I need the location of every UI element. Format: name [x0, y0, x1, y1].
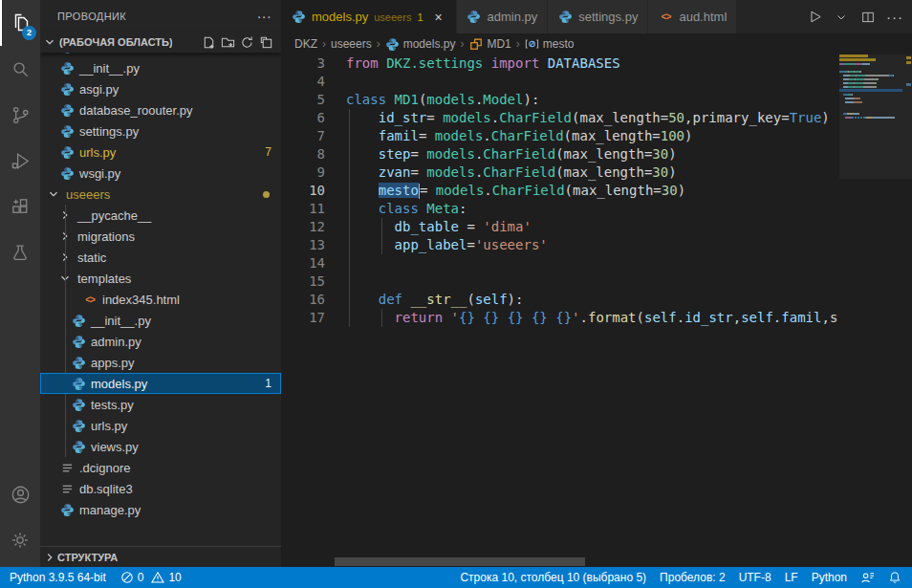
tree-item-.dcignore[interactable]: .dcignore: [40, 457, 281, 478]
activitybar-settings[interactable]: [0, 517, 40, 563]
code-line-8[interactable]: step= models.CharField(max_length=30): [346, 145, 839, 163]
code-token: models: [435, 128, 484, 143]
ruler-warning-mark: [906, 61, 911, 64]
tree-item-templates[interactable]: templates: [40, 268, 281, 289]
status-encoding[interactable]: UTF-8: [732, 567, 778, 588]
breadcrumb-item-models.py[interactable]: models.py: [385, 36, 456, 52]
code-token: [346, 201, 379, 216]
tree-item-views.py[interactable]: views.py: [40, 436, 281, 457]
tree-item-apps.py[interactable]: apps.py: [40, 352, 281, 373]
outline-section-header[interactable]: СТРУКТУРА: [40, 546, 281, 567]
minimap-line: [839, 97, 902, 99]
tree-item-settings.py[interactable]: settings.py: [40, 120, 281, 142]
status-notifications[interactable]: [881, 567, 908, 588]
minimap-line: [839, 81, 902, 84]
breadcrumb-item-MD1[interactable]: MD1: [468, 36, 510, 52]
tree-item-manage.py[interactable]: manage.py: [40, 499, 281, 520]
code-line-16[interactable]: def __str__(self):: [346, 291, 839, 309]
activitybar-explorer[interactable]: 2: [0, 0, 40, 46]
tree-item-urls.py[interactable]: urls.py: [40, 415, 281, 436]
tree-item-asgi.py[interactable]: asgi.py: [40, 78, 281, 99]
code-token: __str__: [410, 292, 467, 307]
tree-item-database_roouter.py[interactable]: database_roouter.py: [40, 99, 281, 120]
code-line-12[interactable]: db_table = 'dima': [346, 218, 839, 236]
tree-item-__init__.py[interactable]: __init__.py: [40, 310, 281, 331]
code-line-11[interactable]: class Meta:: [346, 200, 839, 218]
tree-item-__init__.py[interactable]: __init__.py: [40, 57, 281, 78]
breadcrumb-item-useeers[interactable]: useeers: [331, 37, 372, 51]
code-line-4[interactable]: [346, 73, 839, 91]
breadcrumb-item-DKZ[interactable]: DKZ: [294, 37, 317, 51]
code-line-14[interactable]: [346, 254, 839, 272]
status-cursor-position[interactable]: Строка 10, столбец 10 (выбрано 5): [453, 567, 653, 588]
code-token: step: [379, 146, 411, 162]
code-line-6[interactable]: id_str= models.CharField(max_length=50,p…: [346, 109, 839, 127]
more-actions-icon[interactable]: ···: [883, 6, 906, 29]
status-language-mode[interactable]: Python: [805, 567, 854, 588]
tree-item-static[interactable]: static: [40, 247, 281, 268]
minimap-line: [839, 112, 902, 115]
run-python-file-icon[interactable]: [803, 6, 826, 29]
refresh-icon[interactable]: [237, 33, 256, 52]
python-file-icon: [59, 144, 75, 160]
minimap-token: [855, 86, 863, 88]
code-line-7[interactable]: famil= models.CharField(max_length=100): [346, 127, 839, 145]
tab-admin.py[interactable]: admin.py: [457, 0, 549, 33]
code-line-15[interactable]: [346, 272, 839, 291]
tree-indent-guide: [65, 226, 66, 247]
minimap[interactable]: [839, 54, 902, 120]
tree-item-urls.py[interactable]: urls.py7: [40, 142, 281, 163]
tree-item-index345.html[interactable]: <>index345.html: [40, 289, 281, 310]
activitybar-run-and-debug[interactable]: [0, 138, 40, 184]
code-line-5[interactable]: class MD1(models.Model):: [346, 91, 839, 109]
activitybar-testing[interactable]: [0, 229, 40, 275]
code-token: 'useeers': [475, 237, 548, 252]
tree-item-useeers[interactable]: useeers: [40, 184, 281, 205]
status-eol[interactable]: LF: [778, 567, 805, 588]
breadcrumb-item-mesto[interactable]: mesto: [525, 36, 575, 52]
activitybar-account[interactable]: [0, 471, 40, 517]
tree-item-models.py[interactable]: models.py1: [40, 373, 281, 394]
code-token: ):: [508, 292, 524, 307]
explorer-more-actions[interactable]: ···: [257, 9, 271, 24]
tree-item-admin.py[interactable]: admin.py: [40, 331, 281, 352]
code-line-10[interactable]: mesto= models.CharField(max_length=30): [346, 182, 839, 200]
split-editor-icon[interactable]: [857, 6, 879, 29]
tab-aud.html[interactable]: <>aud.html: [648, 0, 737, 33]
tree-item-tests.py[interactable]: tests.py: [40, 394, 281, 415]
run-dropdown-icon[interactable]: [830, 6, 853, 29]
ruler-selection-mark: [906, 83, 911, 86]
status-indentation[interactable]: Пробелов: 2: [653, 567, 732, 588]
tree-item-db.sqlite3[interactable]: db.sqlite3: [40, 478, 281, 499]
new-folder-icon[interactable]: [218, 33, 237, 52]
python-interpreter-status[interactable]: Python 3.9.5 64-bit: [0, 567, 113, 588]
tree-item-__pycache__[interactable]: __pycache__: [40, 205, 281, 226]
problems-status[interactable]: 0 10: [113, 567, 188, 588]
code-line-17[interactable]: return '{} {} {} {} {}'.format(self.id_s…: [346, 309, 839, 327]
tab-settings.py[interactable]: settings.py: [548, 0, 648, 33]
code-token: True: [790, 110, 822, 125]
code-token: [499, 310, 507, 325]
horizontal-scrollbar[interactable]: [335, 557, 585, 566]
tab-models.py[interactable]: models.pyuseeers1×: [281, 0, 457, 33]
status-label: Пробелов: 2: [660, 571, 726, 584]
minimap-warning-line: [839, 54, 868, 57]
tree-item-label: db.sqlite3: [79, 482, 133, 496]
status-feedback[interactable]: [854, 567, 881, 588]
activitybar-source-control[interactable]: [0, 92, 40, 138]
code-token: CharField: [492, 183, 565, 198]
close-icon[interactable]: ×: [431, 10, 446, 25]
activitybar-search[interactable]: [0, 46, 40, 92]
code-line-9[interactable]: zvan= models.CharField(max_length=30): [346, 163, 839, 182]
tree-item-wsgi.py[interactable]: wsgi.py: [40, 163, 281, 184]
new-file-icon[interactable]: [199, 33, 218, 52]
code-line-13[interactable]: app_label='useeers': [346, 236, 839, 254]
tree-item-migrations[interactable]: migrations: [40, 226, 281, 247]
minimap-token: [845, 98, 853, 99]
collapse-all-icon[interactable]: [256, 33, 275, 52]
code-editor[interactable]: 34567891011121314151617 from DKZ.setting…: [281, 54, 912, 567]
code-line-3[interactable]: from DKZ.settings import DATABASES: [346, 54, 839, 73]
activitybar-extensions[interactable]: [0, 184, 40, 229]
code-token: ,primary_key=: [684, 110, 790, 125]
workspace-section-header[interactable]: (РАБОЧАЯ ОБЛАСТЬ) ...: [40, 32, 281, 53]
